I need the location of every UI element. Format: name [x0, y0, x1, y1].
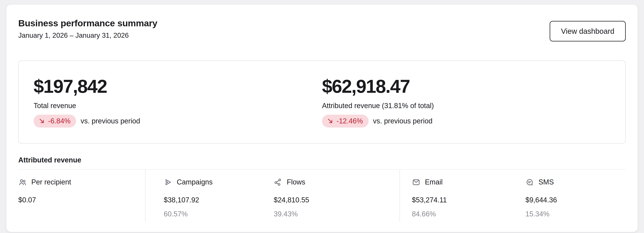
attributed-revenue-section-heading: Attributed revenue: [18, 156, 626, 164]
total-revenue-label: Total revenue: [34, 102, 322, 110]
trend-down-arrow-icon: [326, 117, 334, 125]
total-revenue-value: $197,842: [34, 76, 322, 97]
date-range: January 1, 2026 – January 31, 2026: [18, 31, 157, 40]
breakdown-percent: 39.43%: [274, 210, 400, 218]
breakdown-value: $38,107.92: [164, 196, 274, 204]
breakdown-percent: 15.34%: [526, 210, 626, 218]
comparison-text: vs. previous period: [373, 117, 432, 125]
total-revenue-metric: $197,842 Total revenue -6.84% vs. previo…: [34, 76, 322, 128]
page-title: Business performance summary: [18, 18, 157, 28]
attributed-revenue-metric: $62,918.47 Attributed revenue (31.81% of…: [322, 76, 610, 128]
total-revenue-change-row: -6.84% vs. previous period: [34, 115, 322, 128]
breakdown-col-per-recipient: Per recipient $0.07: [18, 170, 145, 221]
change-value: -6.84%: [48, 117, 70, 125]
breakdown-label: SMS: [538, 178, 554, 186]
breakdown-value: $0.07: [18, 196, 145, 204]
breakdown-value: $9,644.36: [526, 196, 626, 204]
summary-metrics-box: $197,842 Total revenue -6.84% vs. previo…: [18, 61, 626, 144]
attributed-revenue-change-row: -12.46% vs. previous period: [322, 115, 610, 128]
campaign-icon: [164, 178, 172, 186]
breakdown-label: Email: [425, 178, 443, 186]
breakdown-value: $53,274.11: [412, 196, 526, 204]
breakdown-label: Campaigns: [177, 178, 212, 186]
sms-icon: [526, 178, 534, 186]
breakdown-percent: [18, 210, 145, 218]
breakdown-col-campaigns: Campaigns $38,107.92 60.57%: [145, 170, 274, 221]
breakdown-col-email: Email $53,274.11 84.66%: [400, 170, 526, 221]
change-badge: -12.46%: [322, 115, 368, 128]
breakdown-percent: 60.57%: [164, 210, 274, 218]
breakdown-value: $24,810.55: [274, 196, 400, 204]
change-badge: -6.84%: [34, 115, 76, 128]
business-performance-card: Business performance summary January 1, …: [6, 4, 638, 232]
card-header: Business performance summary January 1, …: [18, 18, 626, 42]
change-value: -12.46%: [336, 117, 363, 125]
breakdown-col-sms: SMS $9,644.36 15.34%: [526, 170, 626, 221]
header-text: Business performance summary January 1, …: [18, 18, 157, 40]
view-dashboard-button[interactable]: View dashboard: [550, 21, 626, 42]
breakdown-label: Flows: [287, 178, 305, 186]
users-icon: [18, 178, 27, 186]
attributed-revenue-label: Attributed revenue (31.81% of total): [322, 102, 610, 110]
breakdown-percent: 84.66%: [412, 210, 526, 218]
trend-down-arrow-icon: [38, 117, 46, 125]
email-icon: [412, 178, 420, 186]
comparison-text: vs. previous period: [80, 117, 140, 125]
attributed-revenue-breakdown: Per recipient $0.07 Campaigns $38,107.92…: [18, 170, 626, 221]
flow-icon: [274, 178, 282, 186]
breakdown-col-flows: Flows $24,810.55 39.43%: [274, 170, 400, 221]
breakdown-label: Per recipient: [31, 178, 71, 186]
attributed-revenue-value: $62,918.47: [322, 76, 610, 97]
